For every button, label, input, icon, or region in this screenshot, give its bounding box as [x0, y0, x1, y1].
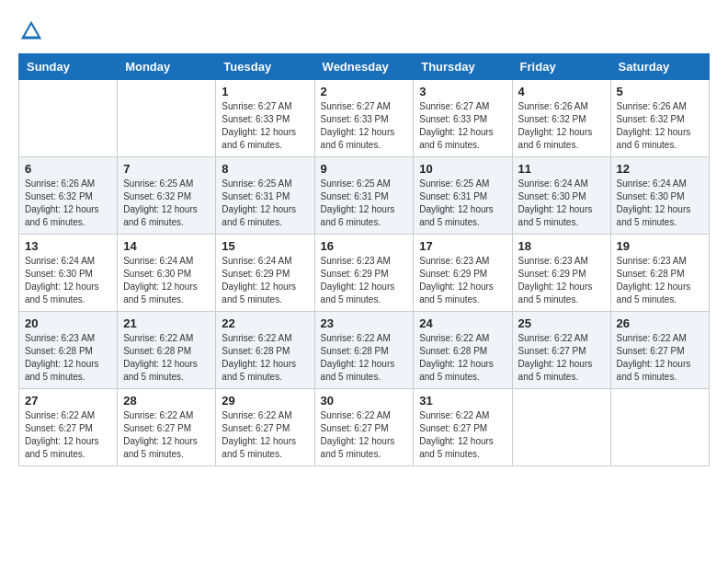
- page-header: [18, 18, 710, 44]
- calendar-cell: 31Sunrise: 6:22 AM Sunset: 6:27 PM Dayli…: [414, 389, 512, 466]
- day-info: Sunrise: 6:22 AM Sunset: 6:27 PM Dayligh…: [321, 409, 408, 461]
- day-number: 12: [617, 162, 703, 176]
- day-info: Sunrise: 6:25 AM Sunset: 6:31 PM Dayligh…: [321, 178, 408, 229]
- calendar-cell: 9Sunrise: 6:25 AM Sunset: 6:31 PM Daylig…: [314, 157, 414, 235]
- day-info: Sunrise: 6:23 AM Sunset: 6:28 PM Dayligh…: [617, 255, 703, 306]
- day-number: 5: [617, 85, 703, 98]
- calendar-cell: [610, 389, 709, 466]
- day-info: Sunrise: 6:25 AM Sunset: 6:31 PM Dayligh…: [419, 178, 506, 229]
- calendar-cell: [19, 80, 118, 157]
- day-of-week-header: Wednesday: [314, 54, 414, 80]
- day-number: 30: [321, 394, 408, 408]
- calendar-cell: 1Sunrise: 6:27 AM Sunset: 6:33 PM Daylig…: [216, 80, 314, 157]
- day-info: Sunrise: 6:25 AM Sunset: 6:31 PM Dayligh…: [222, 178, 308, 229]
- day-number: 13: [25, 239, 111, 253]
- day-number: 10: [419, 162, 506, 176]
- day-of-week-header: Saturday: [610, 54, 709, 80]
- calendar-cell: 25Sunrise: 6:22 AM Sunset: 6:27 PM Dayli…: [512, 312, 610, 389]
- calendar-cell: 24Sunrise: 6:22 AM Sunset: 6:28 PM Dayli…: [414, 312, 512, 389]
- day-info: Sunrise: 6:26 AM Sunset: 6:32 PM Dayligh…: [617, 100, 703, 152]
- day-of-week-header: Tuesday: [216, 54, 314, 80]
- calendar-cell: 13Sunrise: 6:24 AM Sunset: 6:30 PM Dayli…: [19, 235, 118, 312]
- calendar-cell: 11Sunrise: 6:24 AM Sunset: 6:30 PM Dayli…: [512, 157, 610, 235]
- calendar-cell: 22Sunrise: 6:22 AM Sunset: 6:28 PM Dayli…: [216, 312, 314, 389]
- day-number: 16: [321, 239, 408, 253]
- day-number: 4: [518, 85, 605, 98]
- day-of-week-header: Monday: [118, 54, 216, 80]
- day-info: Sunrise: 6:22 AM Sunset: 6:27 PM Dayligh…: [25, 409, 111, 461]
- calendar-header-row: SundayMondayTuesdayWednesdayThursdayFrid…: [19, 54, 710, 80]
- calendar-cell: 17Sunrise: 6:23 AM Sunset: 6:29 PM Dayli…: [414, 235, 512, 312]
- calendar-cell: 15Sunrise: 6:24 AM Sunset: 6:29 PM Dayli…: [216, 235, 314, 312]
- calendar-cell: [512, 389, 610, 466]
- day-number: 6: [25, 162, 111, 176]
- calendar-cell: 7Sunrise: 6:25 AM Sunset: 6:32 PM Daylig…: [118, 157, 216, 235]
- day-number: 18: [518, 239, 605, 253]
- day-number: 14: [123, 239, 210, 253]
- calendar-week-row: 1Sunrise: 6:27 AM Sunset: 6:33 PM Daylig…: [19, 80, 710, 157]
- day-number: 21: [123, 316, 210, 330]
- day-info: Sunrise: 6:23 AM Sunset: 6:29 PM Dayligh…: [321, 255, 408, 306]
- day-info: Sunrise: 6:22 AM Sunset: 6:27 PM Dayligh…: [123, 409, 210, 461]
- calendar-cell: 29Sunrise: 6:22 AM Sunset: 6:27 PM Dayli…: [216, 389, 314, 466]
- day-info: Sunrise: 6:23 AM Sunset: 6:28 PM Dayligh…: [25, 332, 111, 384]
- calendar-week-row: 6Sunrise: 6:26 AM Sunset: 6:32 PM Daylig…: [19, 157, 710, 235]
- calendar-cell: 5Sunrise: 6:26 AM Sunset: 6:32 PM Daylig…: [610, 80, 709, 157]
- day-info: Sunrise: 6:27 AM Sunset: 6:33 PM Dayligh…: [321, 100, 408, 152]
- calendar-cell: 6Sunrise: 6:26 AM Sunset: 6:32 PM Daylig…: [19, 157, 118, 235]
- day-info: Sunrise: 6:23 AM Sunset: 6:29 PM Dayligh…: [518, 255, 605, 306]
- day-info: Sunrise: 6:22 AM Sunset: 6:27 PM Dayligh…: [518, 332, 605, 384]
- day-info: Sunrise: 6:24 AM Sunset: 6:30 PM Dayligh…: [25, 255, 111, 306]
- calendar-week-row: 13Sunrise: 6:24 AM Sunset: 6:30 PM Dayli…: [19, 235, 710, 312]
- day-info: Sunrise: 6:23 AM Sunset: 6:29 PM Dayligh…: [419, 255, 506, 306]
- day-number: 27: [25, 394, 111, 408]
- calendar-cell: 2Sunrise: 6:27 AM Sunset: 6:33 PM Daylig…: [314, 80, 414, 157]
- calendar-cell: 16Sunrise: 6:23 AM Sunset: 6:29 PM Dayli…: [314, 235, 414, 312]
- calendar-cell: 20Sunrise: 6:23 AM Sunset: 6:28 PM Dayli…: [19, 312, 118, 389]
- day-info: Sunrise: 6:22 AM Sunset: 6:28 PM Dayligh…: [123, 332, 210, 384]
- day-info: Sunrise: 6:24 AM Sunset: 6:30 PM Dayligh…: [518, 178, 605, 229]
- day-info: Sunrise: 6:22 AM Sunset: 6:27 PM Dayligh…: [419, 409, 506, 461]
- day-number: 17: [419, 239, 506, 253]
- day-info: Sunrise: 6:25 AM Sunset: 6:32 PM Dayligh…: [123, 178, 210, 229]
- day-number: 7: [123, 162, 210, 176]
- day-number: 25: [518, 316, 605, 330]
- day-number: 8: [222, 162, 308, 176]
- calendar-cell: 19Sunrise: 6:23 AM Sunset: 6:28 PM Dayli…: [610, 235, 709, 312]
- day-info: Sunrise: 6:22 AM Sunset: 6:28 PM Dayligh…: [321, 332, 408, 384]
- calendar-week-row: 20Sunrise: 6:23 AM Sunset: 6:28 PM Dayli…: [19, 312, 710, 389]
- calendar-cell: 8Sunrise: 6:25 AM Sunset: 6:31 PM Daylig…: [216, 157, 314, 235]
- day-number: 19: [617, 239, 703, 253]
- day-info: Sunrise: 6:22 AM Sunset: 6:27 PM Dayligh…: [222, 409, 308, 461]
- day-of-week-header: Friday: [512, 54, 610, 80]
- calendar-cell: 10Sunrise: 6:25 AM Sunset: 6:31 PM Dayli…: [414, 157, 512, 235]
- day-info: Sunrise: 6:27 AM Sunset: 6:33 PM Dayligh…: [419, 100, 506, 152]
- day-number: 22: [222, 316, 308, 330]
- day-number: 2: [321, 85, 408, 98]
- day-info: Sunrise: 6:24 AM Sunset: 6:30 PM Dayligh…: [123, 255, 210, 306]
- day-info: Sunrise: 6:22 AM Sunset: 6:28 PM Dayligh…: [419, 332, 506, 384]
- day-number: 1: [222, 85, 308, 98]
- day-number: 23: [321, 316, 408, 330]
- day-of-week-header: Sunday: [19, 54, 118, 80]
- day-number: 3: [419, 85, 506, 98]
- day-number: 24: [419, 316, 506, 330]
- calendar-week-row: 27Sunrise: 6:22 AM Sunset: 6:27 PM Dayli…: [19, 389, 710, 466]
- calendar-cell: 27Sunrise: 6:22 AM Sunset: 6:27 PM Dayli…: [19, 389, 118, 466]
- calendar-cell: 3Sunrise: 6:27 AM Sunset: 6:33 PM Daylig…: [414, 80, 512, 157]
- day-number: 31: [419, 394, 506, 408]
- day-info: Sunrise: 6:26 AM Sunset: 6:32 PM Dayligh…: [25, 178, 111, 229]
- day-number: 15: [222, 239, 308, 253]
- day-number: 28: [123, 394, 210, 408]
- calendar-cell: 18Sunrise: 6:23 AM Sunset: 6:29 PM Dayli…: [512, 235, 610, 312]
- day-info: Sunrise: 6:22 AM Sunset: 6:27 PM Dayligh…: [617, 332, 703, 384]
- day-info: Sunrise: 6:27 AM Sunset: 6:33 PM Dayligh…: [222, 100, 308, 152]
- calendar-cell: 14Sunrise: 6:24 AM Sunset: 6:30 PM Dayli…: [118, 235, 216, 312]
- calendar-cell: 12Sunrise: 6:24 AM Sunset: 6:30 PM Dayli…: [610, 157, 709, 235]
- calendar-cell: 21Sunrise: 6:22 AM Sunset: 6:28 PM Dayli…: [118, 312, 216, 389]
- calendar-cell: 26Sunrise: 6:22 AM Sunset: 6:27 PM Dayli…: [610, 312, 709, 389]
- calendar-cell: 23Sunrise: 6:22 AM Sunset: 6:28 PM Dayli…: [314, 312, 414, 389]
- day-info: Sunrise: 6:24 AM Sunset: 6:29 PM Dayligh…: [222, 255, 308, 306]
- day-number: 11: [518, 162, 605, 176]
- calendar-table: SundayMondayTuesdayWednesdayThursdayFrid…: [18, 53, 710, 466]
